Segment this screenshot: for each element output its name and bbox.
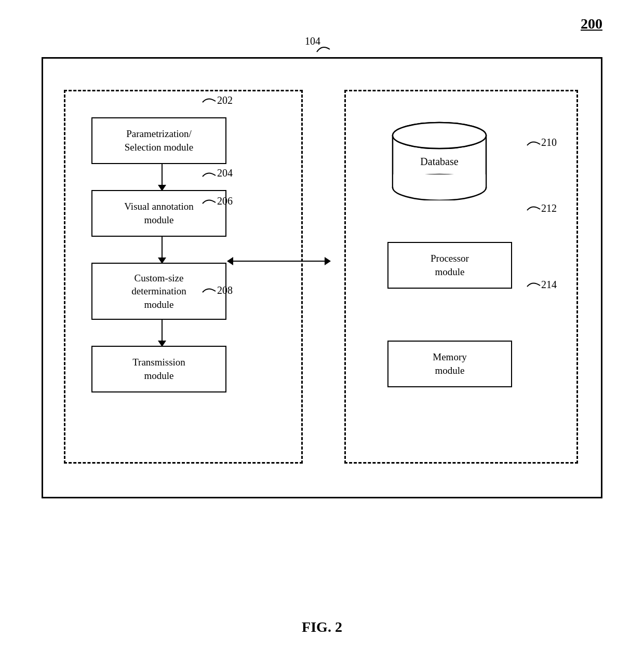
bidirectional-arrow [227,257,331,265]
arrow-visual-to-custom [158,237,166,264]
arrow-head-left [227,257,233,265]
processor-module: Processormodule [387,242,512,289]
transmission-module: Transmissionmodule [91,346,226,392]
memory-module: Memorymodule [387,341,512,387]
database-container: Database [387,117,491,200]
ref-202: 202 [217,94,233,106]
ref-210: 210 [541,137,557,148]
ref-214: 214 [541,279,557,291]
left-dashed-box: Parametrization/Selection module Visual … [64,90,303,464]
arrow-line-h [233,261,325,262]
ref-206: 206 [217,195,233,207]
page: 200 Parametrization/Selection module Vis… [0,0,644,664]
parametrization-module: Parametrization/Selection module [91,117,226,164]
ref-104: 104 [305,35,320,47]
svg-rect-3 [393,174,486,187]
arrow-param-to-visual [158,164,166,191]
caption: FIG. 2 [302,619,342,635]
arrow-head-right [325,257,331,265]
figure-number: 200 [581,16,602,32]
outer-box: Parametrization/Selection module Visual … [42,57,602,498]
ref-204: 204 [217,167,233,179]
ref-212: 212 [541,202,557,214]
svg-text:Database: Database [420,156,458,167]
svg-point-4 [393,123,486,148]
ref-208: 208 [217,284,233,296]
arrow-custom-to-transmission [158,320,166,347]
custom-size-module: Custom-sizedeterminationmodule [91,263,226,320]
database-svg: Database [387,117,491,200]
visual-annotation-module: Visual annotationmodule [91,190,226,237]
